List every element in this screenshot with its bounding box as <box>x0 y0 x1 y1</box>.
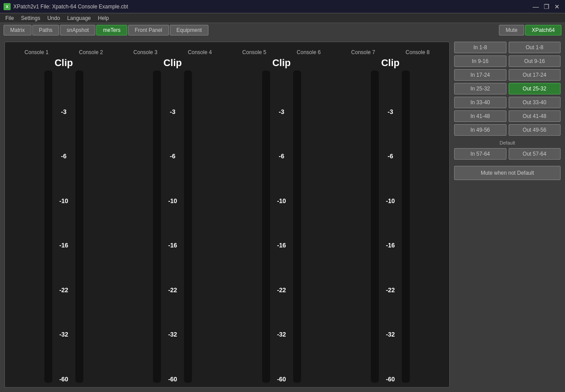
btn-in-25-32[interactable]: In 25-32 <box>454 83 506 94</box>
meter-group-1: Clip-3-6-10-16-22-32-60 <box>9 57 118 383</box>
meter-bar <box>44 71 52 383</box>
scale-label: -10 <box>54 197 74 204</box>
btn-out-49-56[interactable]: Out 49-56 <box>509 124 561 136</box>
titlebar: X XPatch2v1 File: Xpatch-64 Console Exam… <box>0 0 565 13</box>
btn-out-17-24[interactable]: Out 17-24 <box>509 69 561 81</box>
scale-label: -10 <box>381 197 400 204</box>
menu-undo[interactable]: Undo <box>44 14 64 22</box>
scale-column: -3-6-10-16-22-32-60 <box>380 71 401 383</box>
scale-label: -3 <box>54 108 74 115</box>
btn-in-9-16[interactable]: In 9-16 <box>454 55 506 67</box>
scale-label: -6 <box>272 153 291 160</box>
scale-label: -6 <box>163 153 182 160</box>
scale-label: -22 <box>381 286 400 294</box>
console-label: Console 5 <box>234 49 274 55</box>
meter-bar <box>293 71 301 383</box>
console-label: Console 1 <box>16 49 56 55</box>
scale-label: -16 <box>54 242 74 249</box>
console-label: Console 4 <box>180 49 220 55</box>
scale-label: -3 <box>272 108 291 115</box>
scale-label: -16 <box>272 242 291 249</box>
menu-help[interactable]: Help <box>94 14 113 22</box>
btn-in-1-8[interactable]: In 1-8 <box>454 42 506 53</box>
window-controls: — ❐ ✕ <box>531 2 561 11</box>
btn-in-17-24[interactable]: In 17-24 <box>454 69 506 81</box>
btn-out-9-16[interactable]: Out 9-16 <box>509 55 561 67</box>
btn-in-57-64[interactable]: In 57-64 <box>454 148 506 160</box>
clip-label: Clip <box>227 57 336 69</box>
btn-out-57-64[interactable]: Out 57-64 <box>509 148 561 160</box>
scale-label: -32 <box>272 331 291 338</box>
console-label: Console 3 <box>126 49 165 55</box>
tab-frontpanel[interactable]: Front Panel <box>128 25 169 35</box>
btn-in-49-56[interactable]: In 49-56 <box>454 124 506 136</box>
tabbar: Matrix Paths snApshot meTers Front Panel… <box>0 23 565 37</box>
app-icon: X <box>4 3 11 10</box>
scale-label: -60 <box>163 376 182 383</box>
scale-label: -10 <box>163 197 182 204</box>
meter-group-2: Clip-3-6-10-16-22-32-60 <box>118 57 228 383</box>
btn-out-41-48[interactable]: Out 41-48 <box>509 110 561 122</box>
scale-label: -6 <box>381 153 400 160</box>
scale-label: -22 <box>163 286 182 294</box>
titlebar-title: XPatch2v1 File: Xpatch-64 Console Exampl… <box>13 4 128 10</box>
menu-language[interactable]: Language <box>63 14 94 22</box>
btn-out-25-32[interactable]: Out 25-32 <box>509 83 561 94</box>
scale-label: -60 <box>272 376 291 383</box>
scale-label: -3 <box>163 108 182 115</box>
console-label: Console 2 <box>71 49 111 55</box>
tabbar-right: Mute XPatch64 <box>499 25 561 35</box>
scale-label: -10 <box>272 197 291 204</box>
menubar: File Settings Undo Language Help <box>0 13 565 23</box>
xpatch-button[interactable]: XPatch64 <box>525 25 561 35</box>
tab-paths[interactable]: Paths <box>32 25 59 35</box>
btn-in-41-48[interactable]: In 41-48 <box>454 110 506 122</box>
scale-column: -3-6-10-16-22-32-60 <box>162 71 183 383</box>
scale-label: -22 <box>54 286 74 294</box>
meter-group-4: Clip-3-6-10-16-22-32-60 <box>336 57 445 383</box>
range-buttons-grid: In 1-8 Out 1-8 In 9-16 Out 9-16 In 17-24… <box>454 42 561 136</box>
console-label: Console 6 <box>289 49 329 55</box>
tab-snapshot[interactable]: snApshot <box>60 25 95 35</box>
minimize-button[interactable]: — <box>531 2 540 11</box>
tab-matrix[interactable]: Matrix <box>4 25 31 35</box>
meter-bar <box>402 71 410 383</box>
right-panel: In 1-8 Out 1-8 In 9-16 Out 9-16 In 17-24… <box>454 42 561 388</box>
last-range-row: In 57-64 Out 57-64 <box>454 148 561 160</box>
btn-out-1-8[interactable]: Out 1-8 <box>509 42 561 53</box>
restore-button[interactable]: ❐ <box>542 2 551 11</box>
meter-panel: Console 1Console 2Console 3Console 4Cons… <box>4 42 450 388</box>
mute-when-not-default-button[interactable]: Mute when not Default <box>454 166 561 180</box>
tab-meters[interactable]: meTers <box>96 25 127 35</box>
scale-label: -60 <box>381 376 400 383</box>
scale-label: -32 <box>54 331 74 338</box>
scale-label: -3 <box>381 108 400 115</box>
scale-label: -32 <box>381 331 400 338</box>
clip-label: Clip <box>336 57 445 69</box>
scale-column: -3-6-10-16-22-32-60 <box>53 71 75 383</box>
clip-label: Clip <box>118 57 228 69</box>
menu-file[interactable]: File <box>2 14 17 22</box>
titlebar-left: X XPatch2v1 File: Xpatch-64 Console Exam… <box>4 3 128 10</box>
tab-equipment[interactable]: Equipment <box>170 25 208 35</box>
main-content: Console 1Console 2Console 3Console 4Cons… <box>0 37 565 392</box>
clip-label: Clip <box>9 57 118 69</box>
meter-bar <box>371 71 379 383</box>
mute-button[interactable]: Mute <box>499 25 524 35</box>
scale-label: -6 <box>54 153 74 160</box>
scale-label: -16 <box>381 242 400 249</box>
scale-label: -60 <box>54 376 74 383</box>
scale-column: -3-6-10-16-22-32-60 <box>271 71 292 383</box>
meter-group-3: Clip-3-6-10-16-22-32-60 <box>227 57 336 383</box>
btn-in-33-40[interactable]: In 33-40 <box>454 97 506 108</box>
menu-settings[interactable]: Settings <box>17 14 43 22</box>
meter-bar <box>184 71 192 383</box>
meter-bar <box>75 71 83 383</box>
btn-out-33-40[interactable]: Out 33-40 <box>509 97 561 108</box>
scale-label: -16 <box>163 242 182 249</box>
scale-label: -32 <box>163 331 182 338</box>
console-label: Console 8 <box>398 49 438 55</box>
console-label: Console 7 <box>343 49 383 55</box>
close-button[interactable]: ✕ <box>553 2 561 11</box>
meters-body: Clip-3-6-10-16-22-32-60Clip-3-6-10-16-22… <box>9 57 445 383</box>
